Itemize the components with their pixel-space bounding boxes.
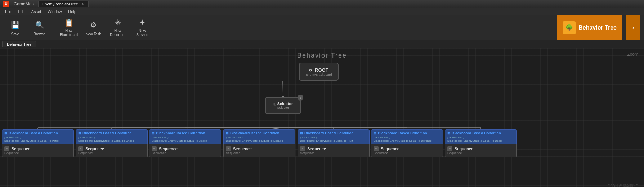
project-name: GameMap [14, 1, 34, 6]
seq-col-1: ⊞ Blackboard Based Condition ( aborts se… [76, 129, 148, 157]
behavior-tree-label: Behavior Tree [578, 25, 617, 31]
selector-node[interactable]: 1 ⊞ Selector Selector [265, 97, 301, 114]
root-title: ⟳ ROOT [309, 67, 328, 73]
bb-condition-6[interactable]: ⊞ Blackboard Based Condition ( aborts se… [445, 129, 517, 144]
selector-sub: Selector [277, 106, 289, 110]
new-service-label: New Service [132, 29, 152, 37]
save-button[interactable]: 💾 Save [4, 17, 27, 38]
tab-strip: Behavior Tree [0, 40, 644, 48]
seq-node-0[interactable]: ≡ Sequence Sequence [2, 144, 74, 157]
seq-col-2: ⊞ Blackboard Based Condition ( aborts se… [149, 129, 221, 157]
bb-condition-4[interactable]: ⊞ Blackboard Based Condition ( aborts se… [298, 129, 370, 144]
browse-button[interactable]: 🔍 Browse [28, 17, 51, 38]
menu-help[interactable]: Help [65, 9, 79, 14]
tab-label: EnemyBehaviorTree* [42, 2, 80, 6]
service-icon: ✦ [137, 18, 148, 27]
bb-condition-2[interactable]: ⊞ Blackboard Based Condition ( aborts se… [149, 129, 221, 144]
seq-icon-4: ≡ [300, 146, 305, 151]
bb-condition-0[interactable]: ⊞ Blackboard Based Condition ( aborts se… [2, 129, 74, 144]
root-sub: EnemyBlackboard [305, 73, 332, 76]
toolbar: 💾 Save 🔍 Browse 📋 New Blackboard ⚙ New T… [0, 15, 644, 40]
task-icon: ⚙ [88, 19, 99, 31]
bb-condition-5[interactable]: ⊞ Blackboard Based Condition ( aborts se… [371, 129, 443, 144]
new-task-label: New Task [85, 32, 101, 36]
tab-close-icon[interactable]: ✕ [82, 2, 85, 6]
seq-col-4: ⊞ Blackboard Based Condition ( aborts se… [298, 129, 370, 157]
menu-asset[interactable]: Asset [28, 9, 44, 14]
app-logo: U [3, 1, 9, 7]
zoom-label: Zoom [627, 52, 638, 57]
editor-tab[interactable]: EnemyBehaviorTree* ✕ [38, 1, 89, 7]
blackboard-icon: 📋 [63, 18, 75, 27]
selector-title: ⊞ Selector [273, 102, 293, 106]
menu-bar: File Edit Asset Window Help [0, 8, 644, 15]
svg-line-0 [283, 81, 283, 97]
title-bar: U GameMap EnemyBehaviorTree* ✕ [0, 0, 644, 8]
seq-icon-6: ≡ [447, 146, 452, 151]
new-task-button[interactable]: ⚙ New Task [82, 17, 105, 38]
browse-label: Browse [33, 32, 45, 36]
new-decorator-label: New Decorator [108, 29, 128, 37]
seq-node-5[interactable]: ≡ Sequence Sequence [371, 144, 443, 157]
canvas-title: Behavior Tree [297, 52, 347, 59]
seq-node-3[interactable]: ≡ Sequence Sequence [223, 144, 295, 157]
save-icon: 💾 [9, 19, 21, 31]
seq-node-4[interactable]: ≡ Sequence Sequence [298, 144, 370, 157]
behavior-tree-icon: 🌳 [563, 21, 576, 34]
decorator-icon: ✳ [112, 18, 124, 27]
bb-condition-3[interactable]: ⊞ Blackboard Based Condition ( aborts se… [223, 129, 295, 144]
watermark: CSDN @犀利贝XD [608, 184, 638, 187]
new-service-button[interactable]: ✦ New Service [131, 17, 154, 38]
seq-col-3: ⊞ Blackboard Based Condition ( aborts se… [223, 129, 295, 157]
browse-icon: 🔍 [34, 19, 45, 31]
behavior-tree-chevron[interactable]: › [626, 15, 640, 40]
save-label: Save [11, 32, 19, 36]
tab-behavior-tree[interactable]: Behavior Tree [2, 41, 36, 47]
seq-icon-2: ≡ [152, 146, 157, 151]
seq-node-6[interactable]: ≡ Sequence Sequence [445, 144, 517, 157]
seq-col-6: ⊞ Blackboard Based Condition ( aborts se… [445, 129, 517, 157]
seq-icon-0: ≡ [4, 146, 9, 151]
new-decorator-button[interactable]: ✳ New Decorator [106, 17, 129, 38]
seq-col-5: ⊞ Blackboard Based Condition ( aborts se… [371, 129, 443, 157]
seq-col-0: ⊞ Blackboard Based Condition ( aborts se… [2, 129, 74, 157]
seq-icon-3: ≡ [226, 146, 231, 151]
seq-node-2[interactable]: ≡ Sequence Sequence [149, 144, 221, 157]
menu-edit[interactable]: Edit [15, 9, 28, 14]
root-node[interactable]: ⟳ ROOT EnemyBlackboard [299, 63, 339, 81]
canvas: Behavior Tree Zoom ⟳ ROOT EnemyBlackboar… [0, 48, 644, 187]
menu-file[interactable]: File [2, 9, 14, 14]
toolbar-separator-1 [54, 18, 54, 36]
seq-node-1[interactable]: ≡ Sequence Sequence [76, 144, 148, 157]
seq-icon-1: ≡ [78, 146, 83, 151]
new-blackboard-button[interactable]: 📋 New Blackboard [57, 17, 80, 38]
menu-window[interactable]: Window [45, 9, 64, 14]
bb-condition-1[interactable]: ⊞ Blackboard Based Condition ( aborts se… [76, 129, 148, 144]
seq-icon-5: ≡ [374, 146, 379, 151]
new-blackboard-label: New Blackboard [59, 29, 79, 37]
behavior-tree-button[interactable]: 🌳 Behavior Tree [557, 15, 622, 40]
selector-badge: 1 [298, 95, 303, 101]
